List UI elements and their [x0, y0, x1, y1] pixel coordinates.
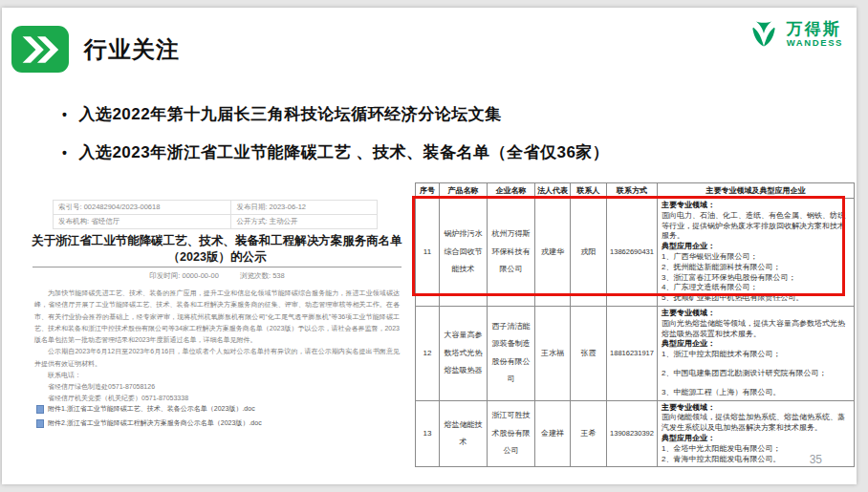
app-item: 1、广西华银铝业有限公司；	[662, 252, 850, 263]
doc-open-method: 公开方式: 主动公开	[231, 215, 378, 229]
bullet-item-2: 入选2023年浙江省工业节能降碳工艺 、技术、装备名单（全省仅36家）	[62, 141, 609, 163]
attachment-1-label: 附件1.浙江省工业节能降碳工艺、技术、装备公示名单（2023版）.doc	[48, 402, 255, 417]
vendor-table: 序号 产品名称 企业名称 法人代表 联系人 联系方式 主要专业领域及典型应用企业…	[415, 182, 855, 467]
apps-list: 1、广西华银铝业有限公司； 2、抚州能达新能源科技有限公司； 3、浙江富春江环保…	[662, 252, 850, 304]
apps-label: 典型应用企业：	[662, 434, 850, 444]
col-header-phone: 联系方式	[607, 183, 658, 199]
doc-file-icon	[36, 419, 44, 428]
cell-no: 12	[416, 306, 440, 400]
table-row-11: 11 锅炉排污水综合回收节能技术 杭州万得斯环保科技有限公司 戎建华 戎阳 13…	[416, 199, 855, 307]
doc-contact-label: 联系电话：	[34, 370, 400, 381]
app-item: 2、中国电建集团西北勘测设计研究院有限公司；	[662, 369, 850, 379]
doc-attachments: 附件1.浙江省工业节能降碳工艺、技术、装备公示名单（2023版）.doc 附件2…	[36, 402, 401, 430]
attachment-link-1[interactable]: 附件1.浙江省工业节能降碳工艺、技术、装备公示名单（2023版）.doc	[36, 402, 401, 417]
app-item: 3、中能源工程（上海）有限公司。	[662, 388, 850, 398]
cell-no: 11	[416, 199, 440, 307]
cell-phone: 18816231917	[607, 306, 658, 400]
wandess-leaf-icon	[747, 17, 781, 52]
cell-legal-rep: 王水福	[535, 306, 571, 400]
col-header-company: 企业名称	[488, 183, 535, 199]
table-row-12: 12 大容量高参数塔式光热熔盐吸热器 西子清洁能源装备制造股份有限公司 王水福 …	[416, 306, 855, 400]
app-item: 4、广东理文造纸有限公司；	[662, 283, 850, 293]
doc-file-icon	[36, 405, 44, 414]
apps-label: 典型应用企业：	[662, 242, 850, 252]
doc-meta-table: 索引号: 002482904/2023-00618 发布日期: 2023-06-…	[53, 200, 378, 229]
table-header-row: 序号 产品名称 企业名称 法人代表 联系人 联系方式 主要专业领域及典型应用企业	[416, 183, 855, 199]
cell-legal-rep: 戎建华	[535, 199, 571, 307]
domain-label: 主要专业领域：	[662, 201, 850, 211]
apps-list: 1、浙江中控太阳能技术有限公司； 2、中国电建集团西北勘测设计研究院有限公司； …	[662, 350, 850, 397]
domain-label: 主要专业领域：	[662, 309, 850, 319]
doc-divider	[33, 267, 401, 267]
cell-domain-apps: 主要专业领域： 面向电力、石油、化工、造纸、有色金属、钢铁、纺织等行业，提供锅炉…	[658, 199, 855, 307]
brand-name-en: WANDESS	[787, 38, 843, 48]
doc-print-info: 印发时间: 0000-00-00 浏览次数: 538	[27, 271, 407, 281]
doc-print-time: 印发时间: 0000-00-00	[149, 271, 219, 280]
col-header-contact: 联系人	[571, 183, 607, 199]
apps-label: 典型应用企业：	[662, 339, 850, 350]
brand-name-cn: 万得斯	[787, 21, 843, 38]
app-item: 1、浙江中控太阳能技术有限公司；	[662, 350, 850, 360]
domain-text: 面向电力、石油、化工、造纸、有色金属、钢铁、纺织等行业，提供锅炉余热废水零排放回…	[662, 211, 850, 242]
page-title: 行业关注	[84, 34, 180, 65]
doc-contact-phone-1: 省经信厅绿色制造处0571-87058126	[34, 381, 400, 393]
domain-label: 主要专业领域：	[662, 403, 850, 414]
page-number: 35	[810, 453, 822, 466]
double-chevron-icon	[11, 26, 69, 73]
chevron-glyphs	[18, 33, 62, 66]
cell-domain-apps: 主要专业领域： 面向储能领域，提供熔盐加热系统、熔盐储热系统、蒸汽发生系统以及电…	[658, 400, 855, 467]
cell-product: 锅炉排污水综合回收节能技术	[440, 199, 488, 307]
doc-publish-date: 发布日期: 2023-06-12	[231, 201, 378, 215]
table-row-13: 13 熔盐储能技术 浙江可胜技术股份有限公司 金建祥 王希 1390823039…	[416, 400, 855, 467]
doc-title: 关于浙江省工业节能降碳工艺、技术、装备和工程解决方案服务商名单（2023版）的公…	[27, 233, 407, 266]
doc-paragraph-1: 为加快节能降碳先进工艺、技术、装备的推广应用，提升工业和信息化领域节能降碳综合服…	[34, 288, 400, 346]
cell-phone: 13862690431	[607, 199, 658, 307]
cell-contact: 戎阳	[571, 199, 607, 307]
cell-phone: 13908230392	[607, 400, 658, 467]
col-header-legal-rep: 法人代表	[535, 183, 571, 199]
col-header-product: 产品名称	[440, 183, 488, 199]
doc-index-no: 索引号: 002482904/2023-00618	[54, 201, 231, 215]
attachment-2-label: 附件2.浙江省工业节能降碳工程解决方案服务商公示名单（2023版）.doc	[48, 417, 262, 431]
col-header-no: 序号	[416, 183, 440, 199]
cell-no: 13	[416, 400, 440, 467]
doc-body-text: 为加快节能降碳先进工艺、技术、装备的推广应用，提升工业和信息化领域节能降碳综合服…	[34, 288, 400, 405]
brand-logo: 万得斯 WANDESS	[747, 17, 843, 52]
doc-view-count: 浏览次数: 538	[240, 271, 285, 280]
cell-domain-apps: 主要专业领域： 面向光热熔盐储能等领域，提供大容量高参数塔式光热熔盐吸热器装置和…	[658, 306, 855, 400]
cell-contact: 王希	[571, 400, 607, 467]
cell-company: 浙江可胜技术股份有限公司	[488, 400, 535, 467]
announcement-document: 索引号: 002482904/2023-00618 发布日期: 2023-06-…	[27, 184, 407, 440]
slide: 行业关注 万得斯 WANDESS 入选2022年第十九届长三角科技论坛循环经济分…	[2, 8, 857, 484]
domain-text: 面向光热熔盐储能等领域，提供大容量高参数塔式光热熔盐吸热器装置和技术服务。	[662, 319, 850, 340]
app-item: 5、抚顺矿业集团中机热电有限责任公司。	[662, 293, 850, 304]
app-item: 2、抚州能达新能源科技有限公司；	[662, 263, 850, 273]
cell-contact: 张霞	[571, 306, 607, 400]
cell-legal-rep: 金建祥	[535, 400, 571, 467]
cell-company: 西子清洁能源装备制造股份有限公司	[488, 306, 535, 400]
cell-product: 熔盐储能技术	[440, 400, 488, 467]
app-item: 3、浙江富春江环保热电股份有限公司；	[662, 273, 850, 284]
bullet-item-1: 入选2022年第十九届长三角科技论坛循环经济分论坛文集	[62, 103, 502, 125]
doc-agency: 发布机构: 省经信厅	[54, 215, 231, 229]
cell-company: 杭州万得斯环保科技有限公司	[488, 199, 535, 307]
domain-text: 面向储能领域，提供熔盐加热系统、熔盐储热系统、蒸汽发生系统以及电加热器解决方案和…	[662, 413, 850, 434]
cell-product: 大容量高参数塔式光热熔盐吸热器	[440, 306, 488, 400]
attachment-link-2[interactable]: 附件2.浙江省工业节能降碳工程解决方案服务商公示名单（2023版）.doc	[36, 417, 401, 431]
doc-paragraph-2: 公示期自2023年6月12日至2023年6月16日，单位或者个人如对公示名单持有…	[34, 346, 400, 370]
col-header-domain: 主要专业领域及典型应用企业	[658, 183, 855, 199]
